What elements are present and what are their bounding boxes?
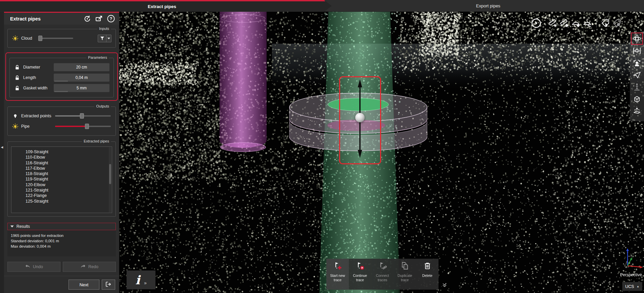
list-item[interactable]: 118-Straight [26, 171, 112, 176]
label-disabled-icon[interactable] [611, 17, 623, 29]
trace-button-label: Start new trace [328, 274, 347, 282]
point-cloud-canvas [119, 12, 644, 293]
angle-curve-icon[interactable] [582, 17, 593, 29]
pipe-output-label: Pipe [21, 124, 30, 129]
outputs-legend: Outputs [94, 104, 111, 108]
undo-icon [25, 264, 31, 269]
extracted-pipes-group: Extracted pipes 109-Straight 110-Elbow 1… [7, 141, 116, 217]
results-line: Standard deviation: 0,001 m [11, 238, 112, 244]
tab-extract-pipes[interactable]: Extract pipes [0, 0, 332, 12]
measure-pick-icon[interactable] [559, 17, 570, 29]
chevron-up-icon: ▲ [637, 285, 639, 288]
parameter-row: Gasket width 5 mm [14, 84, 109, 92]
svg-text:?: ? [109, 16, 112, 21]
connect-traces-button[interactable]: Connect traces [371, 259, 394, 290]
list-item[interactable]: 116-Straight [26, 160, 112, 166]
parameter-label: Diameter [23, 65, 40, 70]
start-new-trace-button[interactable]: Start new trace [326, 259, 349, 290]
viewport-3d[interactable]: Start new trace Continue trace Connect t… [119, 12, 644, 293]
pipe-opacity-slider[interactable] [55, 126, 111, 127]
lock-open-icon[interactable] [14, 85, 20, 91]
bulb-off-icon[interactable] [12, 113, 18, 119]
cloud-opacity-slider[interactable] [38, 38, 73, 39]
drag-sphere-handle[interactable] [355, 113, 365, 122]
trace-button-label: Continue trace [350, 274, 370, 282]
info-tile[interactable]: i » [127, 270, 155, 289]
filter-dropdown-arrow[interactable] [106, 35, 111, 42]
projection-mode-label[interactable]: Perspective [620, 273, 642, 277]
duplicate-trace-button[interactable]: Duplicate trace [394, 259, 416, 290]
duplicate-trace-icon [400, 261, 410, 273]
export-window-icon[interactable] [95, 14, 103, 23]
diameter-value-field[interactable]: 20 cm [54, 63, 109, 71]
toolbar-expand-chevrons[interactable] [442, 283, 447, 289]
lock-open-icon[interactable] [14, 75, 20, 81]
reset-icon[interactable] [83, 14, 92, 23]
chevron-down-icon [10, 225, 14, 227]
exit-step-button[interactable] [102, 280, 115, 290]
pink-pipe-model[interactable] [220, 12, 267, 148]
bulb-on-icon[interactable] [12, 35, 18, 42]
angle-measure-icon[interactable] [570, 17, 582, 29]
gasket-width-value-field[interactable]: 5 mm [54, 84, 109, 92]
delete-icon [422, 261, 432, 273]
orbit-tool[interactable] [631, 33, 643, 44]
list-item[interactable]: 110-Elbow [26, 155, 112, 160]
filter-icon[interactable] [98, 35, 106, 42]
viewcube-tool[interactable] [631, 93, 643, 105]
list-item[interactable]: 119-Straight [26, 176, 112, 182]
redo-button[interactable]: Redo [63, 262, 116, 272]
slider-handle[interactable] [85, 124, 89, 129]
list-scrollbar[interactable] [109, 147, 111, 212]
parameters-highlight-border: Parameters Diameter 20 cm Length 0,04 m [5, 52, 118, 101]
results-line: Max deviation: 0,004 m [11, 244, 112, 249]
continue-trace-icon [355, 261, 365, 273]
extract-pipes-panel: Extract pipes ? Inputs Cloud [4, 12, 119, 293]
list-item[interactable]: 117-Elbow [26, 166, 112, 171]
panel-collapse-arrow[interactable]: ◀ [0, 145, 4, 149]
next-button[interactable]: Next [68, 280, 99, 290]
parameter-row: Length 0,04 m [14, 74, 109, 82]
info-expand-chevrons[interactable]: » [144, 280, 147, 286]
tab-export-pipes[interactable]: Export pipes [332, 0, 644, 12]
list-item[interactable]: 120-Elbow [26, 182, 112, 187]
results-header[interactable]: Results [7, 223, 116, 230]
extracted-pipes-list[interactable]: 109-Straight 110-Elbow 116-Straight 117-… [11, 146, 112, 213]
bulb-on-icon[interactable] [12, 123, 18, 130]
help-icon[interactable]: ? [106, 14, 115, 23]
list-item[interactable]: 122-Flange [26, 193, 112, 198]
ucs-selector[interactable]: UCS ▲ [622, 282, 642, 291]
list-item[interactable]: 109-Straight [26, 149, 112, 155]
cloud-filter-combo[interactable] [98, 35, 111, 42]
undo-button[interactable]: Undo [7, 262, 60, 272]
outputs-group: Outputs Extracted points Pipe [7, 107, 116, 136]
delete-trace-button[interactable]: Delete [416, 259, 439, 290]
cloud-slider-handle[interactable] [38, 36, 42, 41]
section-tool[interactable] [631, 106, 643, 117]
list-item[interactable]: 121-Straight [26, 187, 112, 193]
walk-tool[interactable] [631, 81, 643, 93]
constrained-orbit-tool[interactable] [631, 45, 643, 56]
parameter-row: Diameter 20 cm [14, 63, 109, 71]
continue-trace-button[interactable]: Continue trace [349, 259, 371, 290]
examine-tool[interactable] [631, 57, 643, 69]
list-item[interactable]: 125-Straight [26, 199, 112, 204]
list-scrollbar-thumb[interactable] [109, 164, 111, 184]
results-title: Results [16, 224, 30, 229]
slider-fill [55, 115, 82, 117]
parameter-label: Length [23, 75, 36, 80]
results-expander: Results 1965 points used for extraction … [7, 223, 116, 256]
label-pick-icon[interactable] [600, 17, 611, 29]
trace-button-label: Delete [418, 274, 437, 278]
length-value-field[interactable]: 0,04 m [54, 74, 109, 82]
fly-tool[interactable] [631, 69, 643, 81]
measure-add-icon[interactable] [547, 17, 559, 29]
start-new-trace-icon [332, 261, 342, 273]
parameter-label: Gasket width [23, 86, 47, 90]
slider-handle[interactable] [80, 113, 84, 119]
redo-label: Redo [88, 264, 98, 269]
pivot-point-icon[interactable] [531, 17, 542, 29]
lock-open-icon[interactable] [14, 65, 20, 70]
parameters-group: Parameters Diameter 20 cm Length 0,04 m [9, 58, 114, 97]
extracted-points-slider[interactable] [55, 115, 111, 117]
